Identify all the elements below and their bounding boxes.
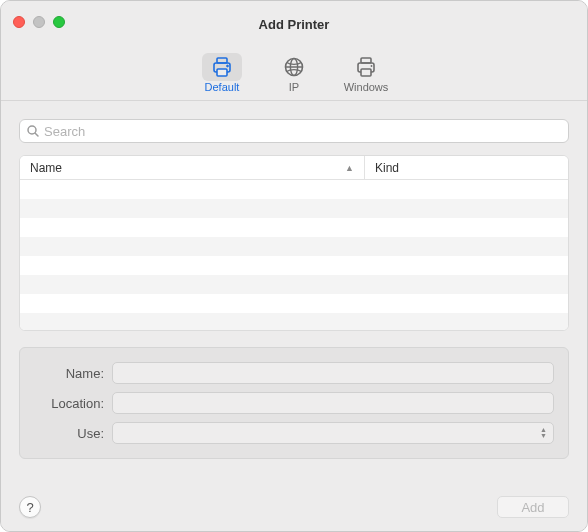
add-button-label: Add — [521, 500, 544, 515]
printer-details-form: Name: Location: Use: ▲▼ — [19, 347, 569, 459]
svg-line-12 — [35, 133, 38, 136]
svg-point-10 — [371, 65, 373, 67]
table-row — [20, 180, 568, 199]
svg-rect-9 — [361, 69, 371, 76]
toolbar-tab-default[interactable]: Default — [193, 51, 251, 97]
zoom-window-button[interactable] — [53, 16, 65, 28]
close-window-button[interactable] — [13, 16, 25, 28]
minimize-window-button[interactable] — [33, 16, 45, 28]
windows-printer-icon — [346, 53, 386, 81]
svg-rect-1 — [217, 58, 227, 63]
add-printer-window: Add Printer Default — [0, 0, 588, 532]
table-row — [20, 218, 568, 237]
chevron-up-down-icon: ▲▼ — [540, 427, 547, 439]
footer: ? Add — [1, 483, 587, 531]
table-row — [20, 199, 568, 218]
toolbar-tab-label: Default — [205, 81, 240, 93]
use-select[interactable]: ▲▼ — [112, 422, 554, 444]
table-row — [20, 256, 568, 275]
table-row — [20, 237, 568, 256]
content-area: Name ▲ Kind Name: — [1, 101, 587, 483]
table-body[interactable] — [20, 180, 568, 330]
column-header-label: Kind — [375, 161, 399, 175]
globe-icon — [274, 53, 314, 81]
table-header: Name ▲ Kind — [20, 156, 568, 180]
name-label: Name: — [34, 366, 112, 381]
table-row — [20, 294, 568, 313]
column-header-label: Name — [30, 161, 62, 175]
help-icon: ? — [26, 500, 33, 515]
toolbar-tab-windows[interactable]: Windows — [337, 51, 395, 97]
search-icon — [26, 124, 44, 138]
column-header-name[interactable]: Name ▲ — [20, 156, 365, 179]
titlebar: Add Printer — [1, 1, 587, 47]
help-button[interactable]: ? — [19, 496, 41, 518]
toolbar-tab-label: Windows — [344, 81, 389, 93]
printer-table: Name ▲ Kind — [19, 155, 569, 331]
search-field-container — [19, 119, 569, 143]
toolbar: Default IP — [1, 47, 587, 101]
printer-icon — [202, 53, 242, 81]
svg-point-3 — [227, 65, 229, 67]
table-row — [20, 275, 568, 294]
use-label: Use: — [34, 426, 112, 441]
window-controls — [13, 16, 65, 28]
column-header-kind[interactable]: Kind — [365, 156, 568, 179]
window-title: Add Printer — [259, 17, 330, 32]
location-field[interactable] — [112, 392, 554, 414]
toolbar-tab-label: IP — [289, 81, 299, 93]
toolbar-tab-ip[interactable]: IP — [265, 51, 323, 97]
table-row — [20, 313, 568, 331]
add-button[interactable]: Add — [497, 496, 569, 518]
name-field[interactable] — [112, 362, 554, 384]
svg-rect-2 — [217, 69, 227, 76]
search-input[interactable] — [44, 124, 562, 139]
svg-rect-8 — [361, 58, 371, 63]
sort-ascending-icon: ▲ — [345, 163, 354, 173]
location-label: Location: — [34, 396, 112, 411]
